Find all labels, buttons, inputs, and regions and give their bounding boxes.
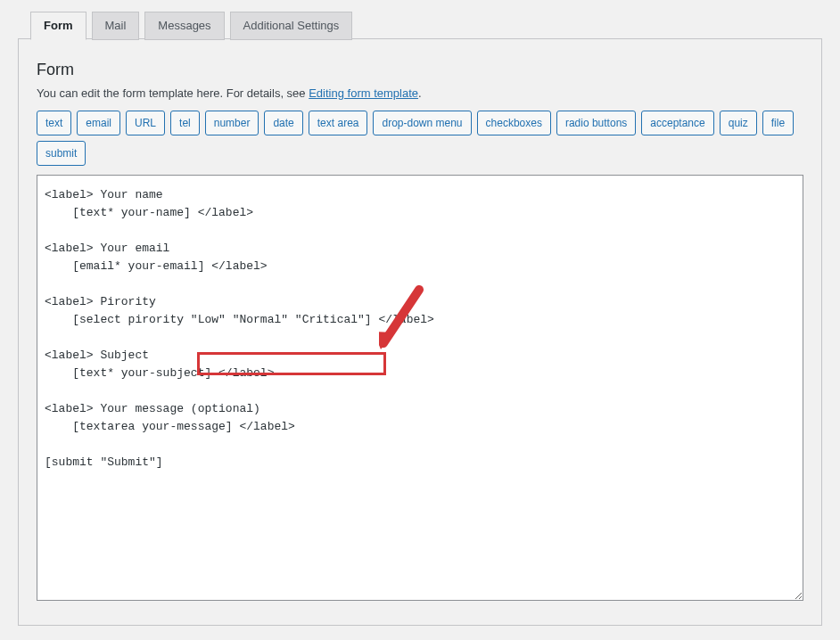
tag-btn-date[interactable]: date: [264, 111, 302, 135]
app-container: Form Mail Messages Additional Settings F…: [0, 0, 840, 640]
tag-btn-email[interactable]: email: [77, 111, 120, 135]
tabs-list: Form Mail Messages Additional Settings: [0, 0, 840, 39]
tag-btn-quiz[interactable]: quiz: [720, 111, 757, 135]
editing-form-template-link[interactable]: Editing form template: [309, 86, 418, 100]
tab-mail[interactable]: Mail: [92, 12, 140, 40]
panel-description: You can edit the form template here. For…: [37, 86, 803, 100]
tag-btn-textarea[interactable]: text area: [309, 111, 368, 135]
form-panel: Form You can edit the form template here…: [18, 38, 822, 626]
tab-form[interactable]: Form: [30, 12, 86, 40]
tab-messages[interactable]: Messages: [144, 12, 224, 40]
tag-btn-acceptance[interactable]: acceptance: [641, 111, 713, 135]
tag-btn-submit[interactable]: submit: [37, 141, 86, 166]
tag-btn-file[interactable]: file: [762, 111, 794, 135]
tag-btn-tel[interactable]: tel: [170, 111, 200, 135]
panel-description-suffix: .: [418, 86, 422, 100]
tag-btn-url[interactable]: URL: [126, 111, 165, 135]
panel-description-text: You can edit the form template here. For…: [37, 86, 309, 100]
tag-btn-dropdown[interactable]: drop-down menu: [373, 111, 471, 135]
tag-btn-radio[interactable]: radio buttons: [556, 111, 636, 135]
form-template-textarea[interactable]: [37, 175, 803, 601]
tag-generator-buttons: text email URL tel number date text area…: [37, 111, 803, 166]
panel-title: Form: [37, 61, 803, 79]
tag-btn-checkboxes[interactable]: checkboxes: [477, 111, 551, 135]
tag-btn-number[interactable]: number: [205, 111, 259, 135]
tab-additional-settings[interactable]: Additional Settings: [230, 12, 353, 40]
tag-btn-text[interactable]: text: [37, 111, 71, 135]
